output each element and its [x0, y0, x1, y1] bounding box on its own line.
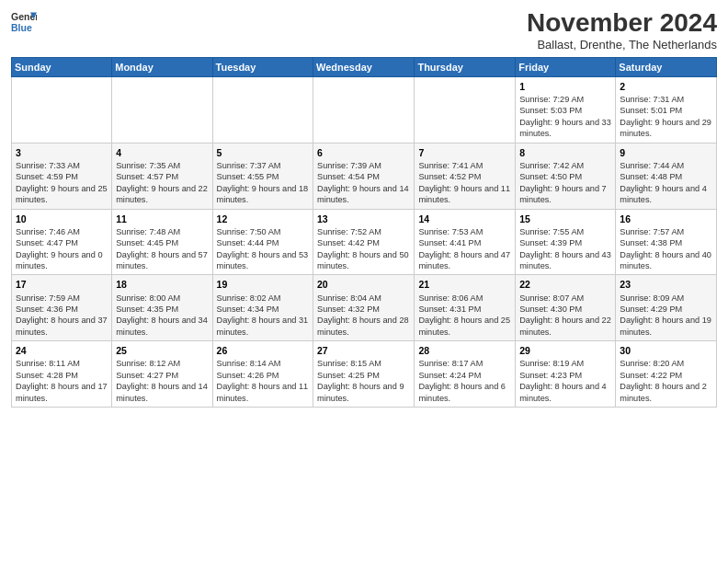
day-info: Sunrise: 8:02 AMSunset: 4:34 PMDaylight:… [217, 293, 309, 339]
day-info: Sunrise: 8:06 AMSunset: 4:31 PMDaylight:… [418, 293, 511, 339]
title-block: November 2024 Ballast, Drenthe, The Neth… [527, 9, 717, 52]
day-number: 28 [418, 344, 511, 357]
day-number: 9 [620, 146, 712, 159]
header-monday: Monday [112, 57, 212, 76]
svg-text:Blue: Blue [11, 22, 32, 33]
day-number: 15 [519, 213, 611, 225]
calendar-cell-2-6: 16Sunrise: 7:57 AMSunset: 4:38 PMDayligh… [616, 209, 717, 275]
day-number: 13 [317, 213, 410, 225]
calendar-cell-1-4: 7Sunrise: 7:41 AMSunset: 4:52 PMDaylight… [415, 143, 516, 209]
logo-icon: General Blue [11, 9, 37, 35]
day-number: 14 [418, 213, 511, 225]
calendar-cell-0-2 [212, 76, 313, 143]
day-number: 29 [519, 344, 611, 357]
day-info: Sunrise: 8:15 AMSunset: 4:25 PMDaylight:… [317, 358, 410, 404]
day-number: 18 [116, 278, 208, 291]
day-number: 16 [620, 213, 712, 225]
day-info: Sunrise: 8:14 AMSunset: 4:26 PMDaylight:… [217, 358, 309, 404]
calendar-cell-3-6: 23Sunrise: 8:09 AMSunset: 4:29 PMDayligh… [616, 275, 717, 341]
day-info: Sunrise: 7:59 AMSunset: 4:36 PMDaylight:… [16, 293, 108, 339]
month-title: November 2024 [527, 9, 717, 38]
day-info: Sunrise: 7:44 AMSunset: 4:48 PMDaylight:… [620, 160, 712, 206]
day-info: Sunrise: 7:33 AMSunset: 4:59 PMDaylight:… [16, 160, 108, 206]
calendar-cell-0-4 [415, 76, 516, 143]
day-number: 7 [418, 146, 511, 159]
day-number: 22 [519, 278, 611, 291]
calendar-cell-2-5: 15Sunrise: 7:55 AMSunset: 4:39 PMDayligh… [516, 209, 616, 275]
day-number: 2 [620, 80, 712, 93]
week-row-2: 3Sunrise: 7:33 AMSunset: 4:59 PMDaylight… [12, 143, 717, 209]
day-info: Sunrise: 8:07 AMSunset: 4:30 PMDaylight:… [519, 293, 611, 339]
day-info: Sunrise: 8:04 AMSunset: 4:32 PMDaylight:… [317, 293, 410, 339]
calendar-cell-3-3: 20Sunrise: 8:04 AMSunset: 4:32 PMDayligh… [313, 275, 415, 341]
calendar-cell-1-0: 3Sunrise: 7:33 AMSunset: 4:59 PMDaylight… [12, 143, 112, 209]
day-info: Sunrise: 7:31 AMSunset: 5:01 PMDaylight:… [620, 94, 712, 140]
day-info: Sunrise: 7:50 AMSunset: 4:44 PMDaylight:… [217, 226, 309, 272]
day-info: Sunrise: 7:39 AMSunset: 4:54 PMDaylight:… [317, 160, 410, 206]
day-number: 4 [116, 146, 208, 159]
calendar-cell-4-3: 27Sunrise: 8:15 AMSunset: 4:25 PMDayligh… [313, 341, 415, 408]
calendar-cell-1-5: 8Sunrise: 7:42 AMSunset: 4:50 PMDaylight… [516, 143, 616, 209]
header-saturday: Saturday [616, 57, 717, 76]
day-info: Sunrise: 7:37 AMSunset: 4:55 PMDaylight:… [217, 160, 309, 206]
calendar-cell-4-1: 25Sunrise: 8:12 AMSunset: 4:27 PMDayligh… [112, 341, 212, 408]
calendar-cell-4-0: 24Sunrise: 8:11 AMSunset: 4:28 PMDayligh… [12, 341, 112, 408]
calendar-cell-1-2: 5Sunrise: 7:37 AMSunset: 4:55 PMDaylight… [212, 143, 313, 209]
day-info: Sunrise: 7:48 AMSunset: 4:45 PMDaylight:… [116, 226, 208, 272]
day-number: 5 [217, 146, 309, 159]
day-number: 3 [16, 146, 108, 159]
week-row-1: 1Sunrise: 7:29 AMSunset: 5:03 PMDaylight… [12, 76, 717, 143]
calendar-cell-1-6: 9Sunrise: 7:44 AMSunset: 4:48 PMDaylight… [616, 143, 717, 209]
weekday-header-row: Sunday Monday Tuesday Wednesday Thursday… [12, 57, 717, 76]
header-thursday: Thursday [415, 57, 516, 76]
day-info: Sunrise: 7:35 AMSunset: 4:57 PMDaylight:… [116, 160, 208, 206]
location-title: Ballast, Drenthe, The Netherlands [527, 38, 717, 52]
day-info: Sunrise: 8:20 AMSunset: 4:22 PMDaylight:… [620, 358, 712, 404]
calendar-cell-2-1: 11Sunrise: 7:48 AMSunset: 4:45 PMDayligh… [112, 209, 212, 275]
day-number: 26 [217, 344, 309, 357]
page: General Blue November 2024 Ballast, Dren… [0, 0, 728, 563]
calendar-cell-4-2: 26Sunrise: 8:14 AMSunset: 4:26 PMDayligh… [212, 341, 313, 408]
calendar-cell-3-0: 17Sunrise: 7:59 AMSunset: 4:36 PMDayligh… [12, 275, 112, 341]
calendar-cell-4-4: 28Sunrise: 8:17 AMSunset: 4:24 PMDayligh… [415, 341, 516, 408]
calendar-cell-0-5: 1Sunrise: 7:29 AMSunset: 5:03 PMDaylight… [516, 76, 616, 143]
calendar-cell-0-3 [313, 76, 415, 143]
day-info: Sunrise: 7:55 AMSunset: 4:39 PMDaylight:… [519, 226, 611, 272]
day-number: 10 [16, 213, 108, 225]
calendar-cell-2-0: 10Sunrise: 7:46 AMSunset: 4:47 PMDayligh… [12, 209, 112, 275]
day-number: 23 [620, 278, 712, 291]
calendar-cell-1-3: 6Sunrise: 7:39 AMSunset: 4:54 PMDaylight… [313, 143, 415, 209]
day-number: 11 [116, 213, 208, 225]
calendar-cell-3-4: 21Sunrise: 8:06 AMSunset: 4:31 PMDayligh… [415, 275, 516, 341]
logo: General Blue [11, 9, 37, 35]
day-number: 25 [116, 344, 208, 357]
day-number: 8 [519, 146, 611, 159]
day-info: Sunrise: 7:41 AMSunset: 4:52 PMDaylight:… [418, 160, 511, 206]
day-number: 19 [217, 278, 309, 291]
day-number: 21 [418, 278, 511, 291]
header-tuesday: Tuesday [212, 57, 313, 76]
day-info: Sunrise: 7:57 AMSunset: 4:38 PMDaylight:… [620, 226, 712, 272]
day-info: Sunrise: 7:29 AMSunset: 5:03 PMDaylight:… [519, 94, 611, 140]
week-row-4: 17Sunrise: 7:59 AMSunset: 4:36 PMDayligh… [12, 275, 717, 341]
header-wednesday: Wednesday [313, 57, 415, 76]
calendar-cell-4-6: 30Sunrise: 8:20 AMSunset: 4:22 PMDayligh… [616, 341, 717, 408]
day-number: 17 [16, 278, 108, 291]
calendar-cell-1-1: 4Sunrise: 7:35 AMSunset: 4:57 PMDaylight… [112, 143, 212, 209]
calendar-cell-2-3: 13Sunrise: 7:52 AMSunset: 4:42 PMDayligh… [313, 209, 415, 275]
header-sunday: Sunday [12, 57, 112, 76]
day-number: 30 [620, 344, 712, 357]
day-info: Sunrise: 8:09 AMSunset: 4:29 PMDaylight:… [620, 293, 712, 339]
day-number: 12 [217, 213, 309, 225]
header-friday: Friday [516, 57, 616, 76]
calendar-cell-3-1: 18Sunrise: 8:00 AMSunset: 4:35 PMDayligh… [112, 275, 212, 341]
calendar-cell-0-6: 2Sunrise: 7:31 AMSunset: 5:01 PMDaylight… [616, 76, 717, 143]
day-number: 24 [16, 344, 108, 357]
day-info: Sunrise: 7:53 AMSunset: 4:41 PMDaylight:… [418, 226, 511, 272]
day-info: Sunrise: 7:42 AMSunset: 4:50 PMDaylight:… [519, 160, 611, 206]
day-info: Sunrise: 8:12 AMSunset: 4:27 PMDaylight:… [116, 358, 208, 404]
day-info: Sunrise: 7:46 AMSunset: 4:47 PMDaylight:… [16, 226, 108, 272]
day-number: 20 [317, 278, 410, 291]
day-info: Sunrise: 8:11 AMSunset: 4:28 PMDaylight:… [16, 358, 108, 404]
day-number: 27 [317, 344, 410, 357]
